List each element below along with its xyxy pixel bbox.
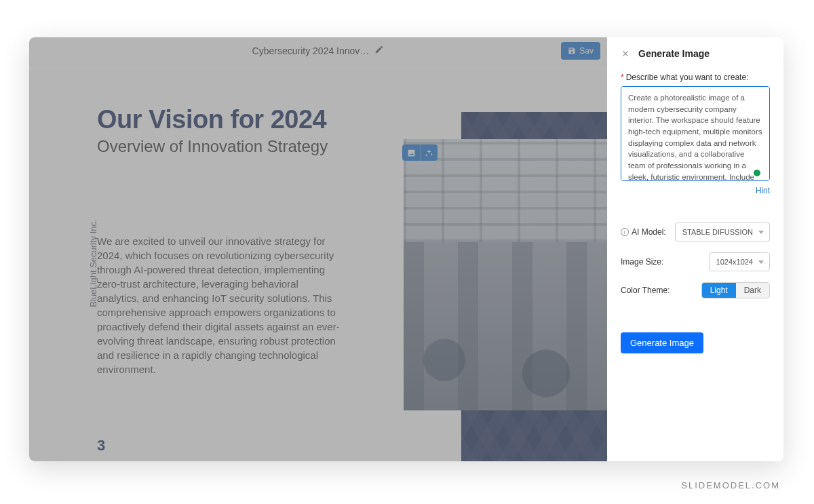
close-panel-button[interactable] [621, 49, 630, 58]
watermark-text: SLIDEMODEL.COM [681, 480, 780, 490]
slide-number: 3 [97, 437, 105, 454]
save-button[interactable]: Sav [561, 42, 600, 60]
slide-canvas[interactable]: BlueLight Security Inc. Our Vision for 2… [29, 64, 607, 461]
prompt-textarea[interactable] [621, 86, 770, 181]
document-title-wrap[interactable]: Cybersecurity 2024 Innov… [252, 45, 385, 56]
image-size-label: Image Size: [621, 257, 663, 267]
editor-area: Cybersecurity 2024 Innov… Sav BlueLight … [29, 37, 607, 461]
slide-image-placeholder[interactable] [404, 139, 607, 410]
panel-title: Generate Image [638, 48, 710, 59]
slide-text-content: Our Vision for 2024 Overview of Innovati… [97, 105, 389, 376]
describe-label: *Describe what you want to create: [621, 73, 770, 82]
image-size-select[interactable]: 1024x1024 [709, 252, 770, 271]
slide-subtitle[interactable]: Overview of Innovation Strategy [97, 137, 389, 156]
generate-image-button[interactable]: Generate Image [621, 332, 703, 353]
app-window: Cybersecurity 2024 Innov… Sav BlueLight … [29, 37, 783, 461]
save-button-label: Sav [579, 46, 594, 56]
color-theme-label: Color Theme: [621, 286, 670, 295]
theme-dark-button[interactable]: Dark [736, 283, 769, 298]
grammar-badge-icon [754, 170, 760, 176]
top-bar: Cybersecurity 2024 Innov… Sav [29, 37, 607, 64]
hint-link[interactable]: Hint [621, 186, 770, 195]
ai-model-select[interactable]: STABLE DIFUSSION [675, 222, 770, 241]
document-title: Cybersecurity 2024 Innov… [252, 45, 370, 56]
info-icon[interactable]: i [621, 228, 629, 236]
color-theme-toggle: Light Dark [701, 282, 770, 298]
generate-image-panel: Generate Image *Describe what you want t… [607, 37, 783, 461]
slide-body-text[interactable]: We are excited to unveil our innovative … [97, 234, 341, 376]
ai-model-label: AI Model: [632, 227, 666, 237]
image-floating-toolbar [402, 144, 438, 161]
slide-title[interactable]: Our Vision for 2024 [97, 105, 389, 134]
edit-title-icon[interactable] [374, 45, 384, 56]
theme-light-button[interactable]: Light [702, 283, 736, 298]
ai-generate-button[interactable] [420, 144, 438, 161]
replace-image-button[interactable] [402, 144, 420, 161]
